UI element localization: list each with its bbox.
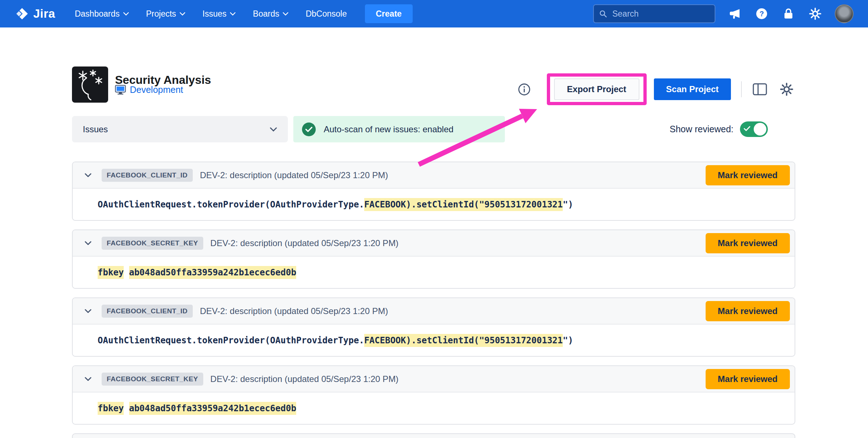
- code-segment: "): [563, 335, 573, 345]
- secret-type-badge: FACEBOOK_CLIENT_ID: [102, 169, 193, 182]
- issue-card: FACEBOOK_CLIENT_ID DEV-2: description (u…: [72, 297, 795, 357]
- code-segment: fbkey: [98, 402, 124, 415]
- collapse-chevron-icon[interactable]: [81, 237, 94, 250]
- collapse-chevron-icon[interactable]: [81, 169, 94, 182]
- user-avatar[interactable]: [835, 4, 854, 23]
- project-avatar: [72, 66, 108, 103]
- help-button[interactable]: ?: [754, 7, 769, 21]
- scan-project-button[interactable]: Scan Project: [654, 78, 731, 100]
- nav-label: DbConsole: [306, 9, 347, 19]
- chevron-down-icon: [123, 12, 129, 16]
- issue-card-title: DEV-2: description (updated 05/Sep/23 1:…: [210, 238, 698, 248]
- divider: [741, 81, 742, 97]
- board-view-button[interactable]: [751, 81, 769, 98]
- jira-logo[interactable]: Jira: [15, 7, 55, 21]
- chevron-down-icon: [180, 12, 185, 16]
- annotation-highlight-box: Export Project: [547, 73, 647, 105]
- secret-type-badge: FACEBOOK_CLIENT_ID: [102, 305, 193, 318]
- code-segment: ab048ad50ffa33959a242b1ecec6ed0b: [129, 266, 296, 279]
- project-settings-button[interactable]: [778, 81, 795, 98]
- dropdown-value: Issues: [83, 124, 108, 134]
- nav-boards[interactable]: Boards: [244, 0, 297, 27]
- project-link[interactable]: Development: [130, 85, 183, 95]
- issue-card-body: OAuthClientRequest.tokenProvider(OAuthPr…: [73, 325, 795, 356]
- issue-card-header: FACEBOOK_CLIENT_ID DEV-2: description (u…: [73, 162, 795, 189]
- jira-logo-mark: [15, 7, 29, 21]
- announcement-button[interactable]: [728, 7, 742, 21]
- toggle-knob: [754, 123, 766, 136]
- issue-card-body: fbkey ab048ad50ffa33959a242b1ecec6ed0b: [73, 392, 795, 424]
- create-button[interactable]: Create: [365, 4, 413, 23]
- info-button[interactable]: [517, 82, 532, 96]
- project-category-icon: [115, 85, 126, 95]
- code-snippet: OAuthClientRequest.tokenProvider(OAuthPr…: [98, 335, 573, 345]
- autoscan-banner-text: Auto-scan of new issues: enabled: [324, 124, 454, 134]
- gear-icon: [780, 82, 793, 96]
- collapse-chevron-icon[interactable]: [81, 305, 94, 318]
- top-navbar: Jira Dashboards Projects Issues Boards D…: [0, 0, 868, 27]
- issue-card-body: OAuthClientRequest.tokenProvider(OAuthPr…: [73, 189, 795, 220]
- issue-card-title: DEV-2: description (updated 05/Sep/23 1:…: [200, 170, 698, 180]
- issue-card-body: fbkey ab048ad50ffa33959a242b1ecec6ed0b: [73, 257, 795, 288]
- code-snippet: OAuthClientRequest.tokenProvider(OAuthPr…: [98, 199, 573, 210]
- code-segment: [124, 267, 129, 278]
- settings-button[interactable]: [808, 7, 822, 21]
- chevron-down-icon: [230, 12, 235, 16]
- code-segment: fbkey: [98, 266, 124, 279]
- nav-label: Issues: [203, 9, 226, 19]
- nav-dbconsole[interactable]: DbConsole: [297, 0, 356, 27]
- secret-type-badge: FACEBOOK_SECRET_KEY: [102, 373, 203, 386]
- code-segment: "): [563, 199, 573, 210]
- issue-card-header: FACEBOOK_SECRET_KEY DEV-2: description (…: [73, 230, 795, 257]
- code-segment: ab048ad50ffa33959a242b1ecec6ed0b: [129, 402, 296, 415]
- export-project-button[interactable]: Export Project: [554, 78, 639, 100]
- mark-reviewed-button[interactable]: Mark reviewed: [706, 301, 790, 321]
- main-nav: Dashboards Projects Issues Boards DbCons…: [66, 0, 356, 27]
- issue-card: FACEBOOK_SECRET_KEY DEV-2: description (…: [72, 365, 795, 425]
- search-icon: [599, 9, 607, 18]
- security-button[interactable]: [781, 7, 796, 21]
- topbar-icons: ?: [728, 4, 854, 23]
- issue-card-title: DEV-2: description (updated 05/Sep/23 1:…: [200, 306, 698, 316]
- chevron-down-icon: [283, 12, 288, 16]
- svg-text:?: ?: [760, 10, 764, 18]
- search-input[interactable]: [612, 9, 710, 19]
- lock-icon: [783, 8, 794, 20]
- show-reviewed-label: Show reviewed:: [670, 124, 733, 134]
- code-segment: OAuthClientRequest.tokenProvider(OAuthPr…: [98, 335, 364, 345]
- mark-reviewed-button[interactable]: Mark reviewed: [706, 165, 790, 185]
- issue-card-header: FACEBOOK_CLIENT_ID DEV-2: description (u…: [73, 298, 795, 325]
- issue-card-header: FACEBOOK_SECRET_KEY DEV-2: description (…: [73, 366, 795, 392]
- show-reviewed-toggle[interactable]: [740, 121, 768, 137]
- board-icon: [753, 83, 767, 95]
- issue-card: FACEBOOK_SECRET_KEY DEV-2: description (…: [72, 229, 795, 289]
- code-segment: FACEBOOK).setClientId("950513172001321: [364, 198, 563, 211]
- brand-name: Jira: [33, 7, 55, 21]
- header-actions: Export Project Scan Project: [517, 73, 795, 106]
- issues-section: FACEBOOK_CLIENT_ID DEV-2: description (u…: [72, 162, 795, 438]
- nav-dashboards[interactable]: Dashboards: [66, 0, 137, 27]
- collapse-chevron-icon[interactable]: [81, 373, 94, 386]
- nav-label: Dashboards: [75, 9, 120, 19]
- code-segment: FACEBOOK).setClientId("950513172001321: [364, 334, 563, 347]
- project-breadcrumb: Development: [115, 85, 183, 95]
- nav-label: Boards: [253, 9, 279, 19]
- gear-icon: [809, 8, 821, 20]
- info-icon: [518, 83, 531, 96]
- search-box: [593, 4, 715, 23]
- issues-filter-dropdown[interactable]: Issues: [72, 116, 288, 142]
- issue-card: FACEBOOK_CLIENT_ID DEV-2: description (u…: [72, 162, 795, 221]
- secret-type-badge: FACEBOOK_SECRET_KEY: [102, 237, 203, 250]
- nav-label: Projects: [146, 9, 176, 19]
- autoscan-banner: Auto-scan of new issues: enabled: [293, 116, 505, 142]
- nav-issues[interactable]: Issues: [194, 0, 244, 27]
- code-segment: [124, 403, 129, 413]
- mark-reviewed-button[interactable]: Mark reviewed: [706, 233, 790, 253]
- check-circle-icon: [302, 123, 316, 136]
- show-reviewed-control: Show reviewed:: [670, 121, 768, 137]
- mark-reviewed-button[interactable]: Mark reviewed: [706, 369, 790, 389]
- code-snippet: fbkey ab048ad50ffa33959a242b1ecec6ed0b: [98, 267, 296, 278]
- nav-projects[interactable]: Projects: [137, 0, 194, 27]
- check-icon: [744, 126, 750, 132]
- help-icon: ?: [755, 7, 768, 20]
